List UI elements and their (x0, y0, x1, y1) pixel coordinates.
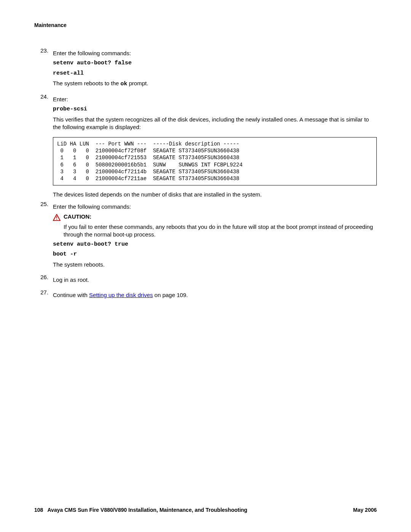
warning-icon (53, 214, 61, 221)
step-25-cmd1: setenv auto-boot? true (53, 241, 377, 248)
step-23-cmd1: setenv auto-boot? false (53, 59, 377, 67)
step-number: 27. (34, 289, 53, 301)
step-27: 27. Continue with Setting up the disk dr… (34, 289, 377, 301)
scsi-output-block: LiD HA LUN --- Port WWN --- -----Disk de… (53, 137, 377, 185)
page-container: Maintenance 23. Enter the following comm… (0, 0, 411, 532)
step-23-after-pre: The system reboots to the (53, 80, 121, 86)
caution-text: If you fail to enter these commands, any… (64, 223, 377, 239)
step-number: 25. (34, 201, 53, 271)
step-23: 23. Enter the following commands: setenv… (34, 47, 377, 90)
step-24-after: This verifies that the system recognizes… (53, 116, 377, 131)
page-number: 108 (34, 507, 43, 513)
step-26: 26. Log in as root. (34, 274, 377, 286)
step-23-after: The system reboots to the ok prompt. (53, 80, 377, 88)
step-25: 25. Enter the following commands: CAUTIO… (34, 201, 377, 271)
step-number: 23. (34, 47, 53, 90)
step-25-intro: Enter the following commands: (53, 203, 377, 211)
step-26-text: Log in as root. (53, 276, 377, 284)
caution-header: CAUTION: (53, 213, 377, 221)
ok-prompt-text: ok (121, 81, 127, 87)
step-25-cmd2: boot -r (53, 251, 377, 258)
step-24: 24. Enter: probe-scsi This verifies that… (34, 93, 377, 133)
section-header: Maintenance (34, 22, 377, 28)
step-24-intro: Enter: (53, 96, 377, 103)
step-number: 26. (34, 274, 53, 286)
svg-rect-1 (56, 216, 57, 218)
step-23-intro: Enter the following commands: (53, 50, 377, 57)
step-23-cmd2: reset-all (53, 70, 377, 77)
caution-label: CAUTION: (64, 213, 91, 220)
doc-date: May 2006 (353, 507, 377, 513)
setting-up-disk-drives-link[interactable]: Setting up the disk drives (89, 292, 153, 298)
step-25-after: The system reboots. (53, 261, 377, 268)
doc-title: Avaya CMS Sun Fire V880/V890 Installatio… (48, 507, 247, 513)
step-number: 24. (34, 93, 53, 133)
after-code-note: The devices listed depends on the number… (53, 191, 377, 198)
svg-rect-2 (56, 219, 57, 220)
page-footer: 108 Avaya CMS Sun Fire V880/V890 Install… (34, 507, 377, 513)
step-27-post: on page 109. (153, 292, 188, 298)
step-24-cmd1: probe-scsi (53, 105, 377, 113)
step-27-text: Continue with Setting up the disk drives… (53, 291, 377, 299)
step-27-pre: Continue with (53, 292, 89, 298)
step-23-after-post: prompt. (127, 80, 148, 86)
